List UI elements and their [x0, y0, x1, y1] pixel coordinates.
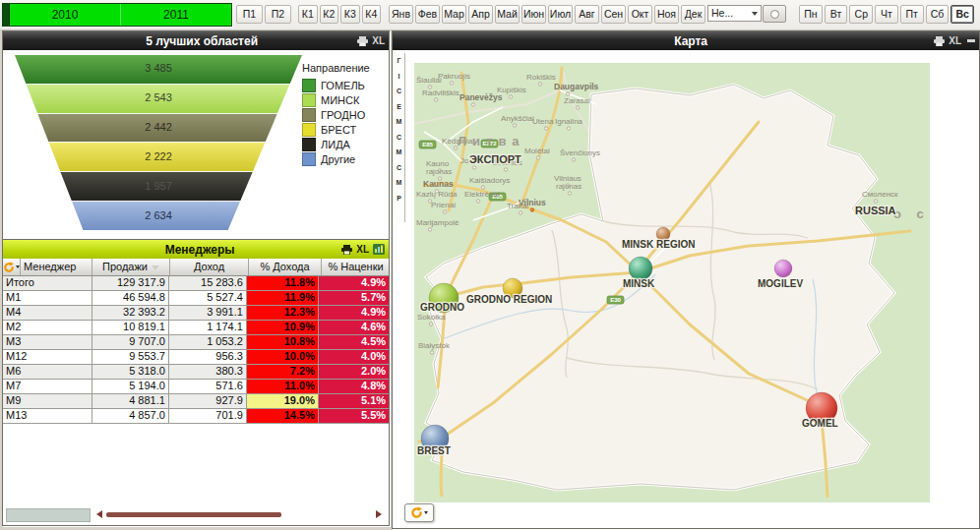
column-header-Менеджер[interactable]: Менеджер	[21, 259, 92, 275]
table-row-М1[interactable]: М146 594.85 527.411.9%5.7%	[3, 291, 389, 306]
legend-item-ГОМЕЛЬ[interactable]: ГОМЕЛЬ	[302, 79, 385, 92]
legend-item-ЛИДА[interactable]: ЛИДА	[302, 138, 385, 151]
weekday-button-Вс[interactable]: Вс	[950, 5, 974, 24]
weekday-button-Чт[interactable]: Чт	[875, 5, 898, 24]
table-row-М13[interactable]: М134 857.0701.914.5%5.5%	[3, 409, 389, 424]
sales-cell: 10 819.1	[92, 321, 169, 334]
minimize-icon[interactable]	[967, 39, 975, 42]
map-panel: Карта XL ГІСЕМСМСМР	[392, 30, 980, 529]
print-icon[interactable]	[357, 36, 368, 46]
print-icon[interactable]	[341, 245, 352, 255]
markup-pct-cell: 4.9%	[319, 306, 389, 320]
scrollbar-thumb[interactable]	[106, 512, 281, 517]
markup-pct-cell: 4.8%	[319, 380, 389, 393]
month-button-Апр[interactable]: Апр	[468, 5, 493, 24]
income-pct-cell: 7.2%	[247, 365, 319, 379]
funnel-segment-ГОМЕЛЬ[interactable]: 3 485	[15, 55, 302, 84]
export-xl-button[interactable]: XL	[356, 244, 369, 255]
legend-item-ГРОДНО[interactable]: ГРОДНО	[302, 108, 385, 122]
clear-selection-button[interactable]	[763, 5, 786, 23]
export-xl-button[interactable]: XL	[372, 35, 385, 46]
quarter-button-К4[interactable]: К4	[362, 5, 382, 24]
table-row-М6[interactable]: М65 318.0380.37.2%2.0%	[3, 365, 389, 380]
table-row-М4[interactable]: М432 393.23 991.112.3%4.9%	[3, 306, 389, 321]
weekday-button-Пт[interactable]: Пт	[900, 5, 924, 24]
legend-swatch	[302, 108, 316, 122]
map-search-button[interactable]	[404, 503, 434, 522]
fast-change-chart-icon[interactable]	[373, 244, 385, 255]
scroll-right-arrow-icon[interactable]	[376, 510, 382, 518]
column-header-Доход[interactable]: Доход	[170, 259, 249, 275]
legend-item-МИНСК[interactable]: МИНСК	[302, 93, 385, 107]
table-row-М9[interactable]: М94 881.1927.919.0%5.1%	[3, 394, 389, 409]
top-regions-caption[interactable]: 5 лучших областей XL	[3, 31, 389, 50]
map-bubble-MINSK[interactable]	[629, 257, 652, 280]
city-dot	[536, 156, 539, 159]
month-button-Июн[interactable]: Июн	[521, 5, 546, 24]
weekday-button-Пн[interactable]: Пн	[799, 5, 823, 24]
month-button-Окт[interactable]: Окт	[628, 5, 652, 24]
column-header-% Дохода[interactable]: % Дохода	[249, 259, 322, 275]
month-button-Янв[interactable]: Янв	[389, 5, 413, 24]
income-pct-cell: 11.8%	[247, 276, 319, 290]
month-button-Мар[interactable]: Мар	[442, 5, 466, 24]
markup-pct-cell: 4.6%	[319, 321, 389, 334]
quarter-button-К2[interactable]: К2	[320, 5, 339, 24]
map-bubble-label-MINSK: MINSK	[623, 278, 655, 289]
funnel-segment-Другие[interactable]: 2 634	[15, 201, 302, 230]
export-xl-button[interactable]: XL	[949, 35, 961, 46]
table-row-М7[interactable]: М75 194.0571.611.0%4.8%	[3, 380, 389, 394]
halfyear-button-П1[interactable]: П1	[236, 5, 263, 24]
qlik-dashboard: 20102011 П1П2 К1К2К3К4 ЯнвФевМарАпрМайИю…	[0, 0, 980, 530]
funnel-segment-ЛИДА[interactable]: 1 957	[15, 171, 302, 201]
month-button-Ноя[interactable]: Ноя	[654, 5, 679, 24]
funnel-segment-МИНСК[interactable]: 2 543	[15, 84, 302, 113]
scroll-left-arrow-icon[interactable]	[96, 510, 102, 518]
city-dot	[476, 200, 479, 203]
table-search-button[interactable]	[3, 259, 21, 275]
map-bubble-MOGILEV[interactable]	[774, 260, 792, 277]
table-row-Итого[interactable]: Итого129 317.915 283.611.8%4.9%	[3, 276, 389, 291]
funnel-segment-ГРОДНО[interactable]: 2 442	[15, 113, 302, 143]
print-icon[interactable]	[934, 36, 945, 46]
map-label-ЭКСПОРТ: ЭКСПОРТ	[469, 153, 521, 165]
month-button-Июл[interactable]: Июл	[548, 5, 573, 24]
weekday-button-Сб[interactable]: Сб	[926, 5, 949, 24]
halfyear-button-П2[interactable]: П2	[265, 5, 291, 24]
funnel-segment-БРЕСТ[interactable]: 2 222	[15, 142, 302, 171]
month-button-Май[interactable]: Май	[495, 5, 520, 24]
map-label-RUSSIA: RUSSIA	[855, 205, 896, 216]
quarter-button-К3[interactable]: К3	[340, 5, 360, 24]
legend-item-Другие[interactable]: Другие	[302, 152, 385, 166]
table-row-М3[interactable]: М39 707.01 053.210.8%4.5%	[3, 335, 389, 350]
weekday-button-Ср[interactable]: Ср	[849, 5, 873, 24]
legend-swatch	[302, 79, 316, 92]
scrollbar-block[interactable]	[6, 508, 91, 522]
managers-caption[interactable]: Менеджеры XL	[3, 240, 389, 259]
month-button-Сен[interactable]: Сен	[601, 5, 626, 24]
month-button-Дек[interactable]: Дек	[681, 5, 705, 24]
belarus-map[interactable]: E85E272E85E30ŠiauliaiPakruojisRadviliški…	[414, 63, 930, 502]
month-button-Фев[interactable]: Фев	[415, 5, 440, 24]
city-dot	[443, 210, 446, 213]
year-button-2010[interactable]: 2010	[10, 4, 121, 26]
period-dropdown[interactable]: Не...	[707, 5, 762, 22]
map-label-о с: о с	[893, 206, 930, 221]
map-caption[interactable]: Карта XL	[393, 31, 979, 50]
quarter-button-К1[interactable]: К1	[298, 5, 318, 24]
sales-cell: 129 317.9	[92, 276, 169, 290]
column-header-Продажи[interactable]: Продажи	[92, 259, 170, 275]
table-row-М2[interactable]: М210 819.11 174.110.9%4.6%	[3, 321, 389, 335]
minimized-object-strip[interactable]: ГІСЕМСМСМР	[394, 53, 405, 222]
year-button-2011[interactable]: 2011	[121, 4, 231, 26]
manager-cell: М1	[3, 291, 92, 305]
legend-item-БРЕСТ[interactable]: БРЕСТ	[302, 123, 385, 137]
table-row-М12[interactable]: М129 553.7956.310.0%4.0%	[3, 350, 389, 365]
column-header-% Наценки[interactable]: % Наценки	[322, 259, 390, 275]
month-button-Авг[interactable]: Авг	[575, 5, 599, 24]
city-label-Sokółka: Sokółka	[417, 313, 446, 322]
map-bubble-label-MINSK REGION: MINSK REGION	[622, 239, 695, 250]
map-label-Литва: Литва	[458, 134, 525, 148]
income-pct-cell: 14.5%	[247, 409, 319, 423]
weekday-button-Вт[interactable]: Вт	[825, 5, 848, 24]
